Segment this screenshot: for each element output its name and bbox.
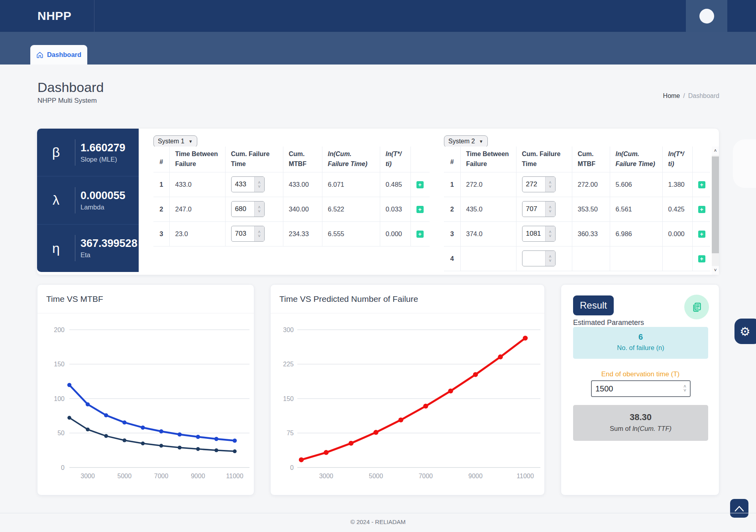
system2-select[interactable]: System 2 ▼: [444, 135, 488, 147]
x-axis-tick-label: 7000: [418, 473, 433, 479]
spinner[interactable]: ˄˅: [545, 226, 555, 241]
data-point: [104, 413, 108, 417]
row-index: 3: [444, 221, 460, 246]
add-row-cell: +: [410, 172, 430, 197]
cum-failure-time-cell: ˄˅: [516, 246, 572, 271]
system1-select[interactable]: System 1 ▼: [153, 135, 197, 147]
footer-divider: [0, 513, 756, 513]
cum-failure-time-input[interactable]: ˄˅: [522, 250, 556, 266]
row-index: 3: [153, 221, 169, 246]
spinner[interactable]: ˄˅: [545, 251, 555, 266]
scrollbar-down-icon[interactable]: ˅: [712, 266, 719, 275]
cum-failure-time-input[interactable]: 707˄˅: [522, 201, 556, 217]
data-card: β 1.660279 Slope (MLE) λ 0.000055 Lambda…: [37, 129, 719, 275]
tab-bar: Dashboard: [0, 32, 756, 65]
ln-t-ratio-cell: 0.000: [662, 221, 692, 246]
cum-failure-time-input[interactable]: 433˄˅: [231, 176, 265, 192]
column-header: Cum. FailureTime: [225, 147, 283, 172]
eta-symbol: η: [37, 241, 75, 256]
mtbf-chart-card: Time VS MTBF 050100150200300050007000900…: [37, 284, 254, 495]
x-axis-tick-label: 5000: [118, 473, 132, 479]
top-navbar: NHPP: [0, 0, 756, 32]
background-watermark: [733, 139, 756, 188]
add-row-button[interactable]: +: [416, 231, 424, 238]
ln-cum-failure-time-cell: [610, 246, 662, 271]
spinner[interactable]: ˄˅: [254, 226, 264, 241]
data-point: [141, 442, 145, 446]
table-row: 4˄˅+: [444, 246, 710, 271]
y-axis-tick-label: 225: [283, 361, 294, 368]
spinner[interactable]: ˄˅: [680, 381, 690, 396]
cum-failure-time-cell: 433˄˅: [225, 172, 283, 197]
cum-failure-time-input[interactable]: 1081˄˅: [522, 226, 556, 242]
ln-t-ratio-cell: 0.000: [380, 221, 410, 246]
system2-scroll-area[interactable]: #Time BetweenFailureCum. FailureTimeCum.…: [444, 147, 711, 275]
end-time-label: End of obervation time (T): [561, 370, 720, 378]
time-between-failure-cell: 247.0: [169, 197, 225, 221]
cum-failure-time-input[interactable]: 703˄˅: [231, 226, 265, 242]
eta-label: Eta: [81, 251, 137, 259]
data-point: [373, 430, 378, 435]
add-row-button[interactable]: +: [698, 206, 705, 213]
data-point: [423, 404, 428, 409]
x-axis-tick-label: 9000: [468, 473, 483, 479]
time-between-failure-cell: [460, 246, 516, 271]
result-button[interactable]: Result: [573, 295, 614, 315]
data-point: [159, 444, 163, 448]
add-row-button[interactable]: +: [698, 231, 705, 238]
spinner[interactable]: ˄˅: [545, 177, 555, 192]
scrollbar-up-icon[interactable]: ˄: [712, 147, 719, 155]
add-row-button[interactable]: +: [698, 255, 705, 262]
table-row: 2247.0680˄˅340.006.5220.033+: [153, 197, 430, 221]
add-row-cell: +: [692, 246, 710, 271]
data-point: [159, 429, 163, 433]
data-point: [67, 383, 71, 387]
add-row-button[interactable]: +: [698, 181, 705, 188]
spinner-down-icon: ˅: [549, 234, 551, 238]
spinner[interactable]: ˄˅: [254, 201, 264, 217]
table-row: 3374.01081˄˅360.336.9860.000+: [444, 221, 710, 246]
table-scrollbar[interactable]: ˄ ˅: [712, 147, 719, 275]
cum-failure-time-input[interactable]: 680˄˅: [231, 201, 265, 217]
user-menu[interactable]: [686, 0, 727, 32]
data-point: [122, 421, 126, 424]
column-header: [410, 147, 430, 172]
scroll-top-button[interactable]: [730, 499, 748, 518]
end-time-input[interactable]: 1500 ˄˅: [591, 380, 691, 397]
spinner[interactable]: ˄˅: [254, 177, 264, 192]
system2-table: #Time BetweenFailureCum. FailureTimeCum.…: [444, 147, 710, 271]
scrollbar-thumb[interactable]: [712, 156, 719, 253]
page-title: Dashboard: [37, 80, 104, 95]
report-button[interactable]: [684, 295, 709, 319]
table-row: 323.0703˄˅234.336.5550.000+: [153, 221, 430, 246]
tab-dashboard[interactable]: Dashboard: [30, 45, 87, 65]
add-row-button[interactable]: +: [416, 181, 424, 188]
add-row-cell: +: [692, 197, 710, 221]
beta-symbol: β: [37, 145, 75, 160]
result-panel: Result Estimated Parameters 6 No. of fai…: [561, 284, 719, 495]
ln-t-ratio-cell: 0.033: [380, 197, 410, 221]
avatar[interactable]: [699, 9, 714, 23]
breadcrumb-home-link[interactable]: Home: [663, 92, 680, 99]
data-point: [86, 428, 90, 432]
spinner-down-icon: ˅: [549, 184, 551, 188]
column-header: Cum.MTBF: [283, 147, 322, 172]
tab-dashboard-label: Dashboard: [47, 51, 81, 59]
add-row-button[interactable]: +: [416, 206, 424, 213]
spinner-down-icon: ˅: [549, 258, 551, 262]
failure-chart-card: Time VS Predicted Number of Failure 0751…: [270, 284, 545, 495]
table-row: 2435.0707˄˅353.506.5610.425+: [444, 197, 710, 221]
ln-t-ratio-cell: 0.425: [662, 197, 692, 221]
y-axis-tick-label: 150: [283, 395, 294, 402]
series-line: [69, 418, 235, 451]
cum-failure-time-input[interactable]: 272˄˅: [522, 176, 556, 192]
column-header: Time BetweenFailure: [460, 147, 516, 172]
settings-gear-icon[interactable]: ⚙: [734, 319, 756, 344]
chevron-down-icon: ▼: [479, 139, 483, 144]
spinner[interactable]: ˄˅: [545, 201, 555, 217]
time-between-failure-cell: 374.0: [460, 221, 516, 246]
ln-cum-failure-time-cell: 6.071: [322, 172, 380, 197]
cum-mtbf-cell: 272.00: [572, 172, 610, 197]
data-point: [349, 441, 353, 446]
add-row-cell: +: [410, 221, 430, 246]
